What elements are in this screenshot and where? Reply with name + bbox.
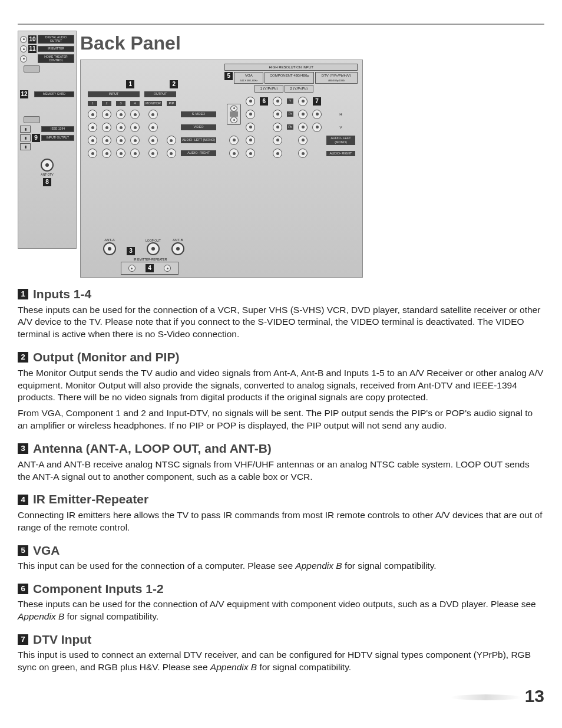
section-number-box: 7 xyxy=(18,634,28,645)
section-heading: 3Antenna (ANT-A, LOOP OUT, and ANT-B) xyxy=(18,440,544,457)
label-ant-dtv: ANT-DTV xyxy=(20,173,74,177)
callout-9: 9 xyxy=(32,134,40,142)
callout-2: 2 xyxy=(170,80,178,88)
section-heading: 4IR Emitter-Repeater xyxy=(18,491,544,508)
section-body: This input is used to connect an externa… xyxy=(18,649,544,674)
callout-6: 6 xyxy=(260,97,268,106)
page-title: Back Panel xyxy=(80,31,363,56)
callout-7: 7 xyxy=(313,97,321,106)
section-heading: 5VGA xyxy=(18,542,544,559)
section-number-box: 1 xyxy=(18,289,28,299)
section-body: Connecting IR emitters here allows the T… xyxy=(18,509,544,534)
label-hires-header: HIGH RESOLUTION INPUT xyxy=(224,64,358,71)
section-heading: 7DTV Input xyxy=(18,631,544,648)
label-svideo: S-VIDEO xyxy=(181,111,216,117)
section-number-box: 5 xyxy=(18,545,28,556)
section-number-box: 3 xyxy=(18,443,28,454)
section-body: These inputs can be used for the connect… xyxy=(18,304,544,341)
label-digital-audio: DIGITAL AUDIO OUTPUT xyxy=(38,35,74,44)
section-number-box: 2 xyxy=(18,352,28,363)
callout-1: 1 xyxy=(126,80,134,88)
section-heading: 6Component Inputs 1-2 xyxy=(18,581,544,597)
callout-8: 8 xyxy=(43,178,51,186)
label-audio-right: AUDIO- RIGHT xyxy=(181,150,216,156)
section-number-box: 4 xyxy=(18,495,28,505)
section-body: The Monitor Output sends the TV audio an… xyxy=(18,367,544,404)
section-title: Component Inputs 1-2 xyxy=(33,581,164,597)
section-heading: 1Inputs 1-4 xyxy=(18,286,544,302)
section-title: IR Emitter-Repeater xyxy=(33,491,148,508)
back-panel-left-diagram: 10 DIGITAL AUDIO OUTPUT 11 IR EMITTER HO… xyxy=(18,31,77,249)
label-home-theater: HOME THEATER CONTROL xyxy=(38,54,74,63)
section-body: From VGA, Component 1 and 2 and Input-DT… xyxy=(18,407,544,432)
label-ir-repeater: IR EMITTER-REPEATER xyxy=(103,258,197,262)
callout-5: 5 xyxy=(224,72,233,80)
label-memory-card: MEMORY CARD xyxy=(34,91,74,97)
section-body: These inputs can be used for the connect… xyxy=(18,598,544,623)
label-audio-left: AUDIO- LEFT (MONO) xyxy=(181,137,216,143)
appendix-ref: Appendix B xyxy=(295,561,342,571)
callout-3: 3 xyxy=(127,247,135,255)
label-ir-emitter: IR EMITTER xyxy=(38,46,74,52)
section-heading: 2Output (Monitor and PIP) xyxy=(18,349,544,365)
section-title: Antenna (ANT-A, LOOP OUT, and ANT-B) xyxy=(33,440,272,457)
section-title: Output (Monitor and PIP) xyxy=(33,349,179,365)
section-title: VGA xyxy=(33,542,60,559)
section-body: This input can be used for the connectio… xyxy=(18,560,544,572)
back-panel-right-diagram: 1 2 INPUT OUTPUT 1 2 3 4 xyxy=(80,60,363,278)
label-input-output: INPUT/ OUTPUT xyxy=(41,135,74,141)
appendix-ref: Appendix B xyxy=(18,611,64,621)
section-title: Inputs 1-4 xyxy=(33,286,91,302)
callout-11: 11 xyxy=(28,45,37,53)
vga-port-icon xyxy=(227,104,241,125)
label-video: VIDEO xyxy=(181,124,216,130)
section-body: ANT-A and ANT-B receive analog NTSC sign… xyxy=(18,459,544,483)
appendix-ref: Appendix B xyxy=(210,662,257,672)
label-ieee: IEEE 1394 xyxy=(41,126,74,132)
callout-4: 4 xyxy=(146,264,154,272)
section-number-box: 6 xyxy=(18,584,28,594)
callout-10: 10 xyxy=(28,35,37,44)
page-number: 13 xyxy=(18,684,544,709)
callout-12: 12 xyxy=(20,90,28,98)
section-title: DTV Input xyxy=(33,631,91,648)
